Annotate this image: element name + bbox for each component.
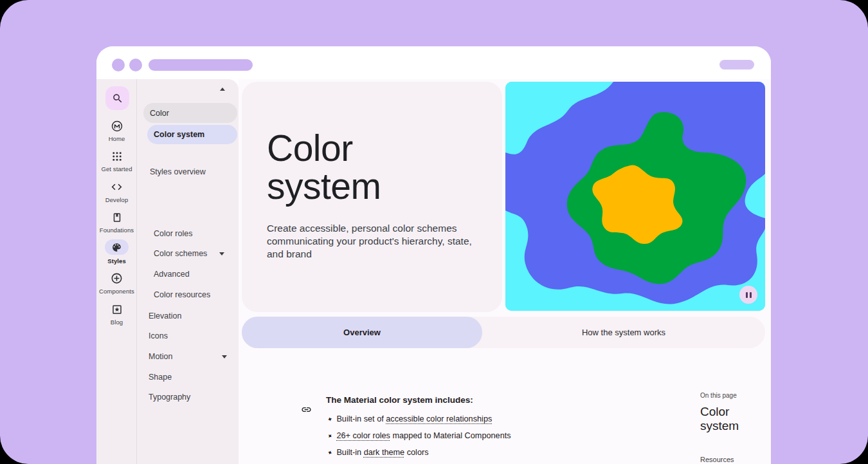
sidebar-item-styles[interactable]: Styles xyxy=(96,239,137,264)
navigation-panel: Home Get started Develop xyxy=(96,79,239,464)
chevron-down-icon xyxy=(219,252,224,255)
toc-title: Color system xyxy=(700,405,759,432)
on-this-page-panel: On this page Color system Resources What… xyxy=(700,392,771,432)
sidebar-item-label: Foundations xyxy=(100,227,134,234)
list-item: ✦26+ color roles mapped to Material Comp… xyxy=(327,431,511,440)
nav-rail: Home Get started Develop xyxy=(96,79,137,464)
bullet-text: colors xyxy=(404,448,428,457)
link-accessible-color-relationships[interactable]: accessible color relationships xyxy=(386,414,492,423)
sparkle-bullet-icon: ✦ xyxy=(325,432,334,441)
hero-card: Color system Create accessible, personal… xyxy=(242,82,502,312)
toc-link-resources[interactable]: Resources xyxy=(700,456,734,463)
subnav-item-color-resources[interactable]: Color resources xyxy=(154,290,210,299)
subnav-item-color-schemes[interactable]: Color schemes xyxy=(154,249,207,258)
list-item: ✦Built-in dark theme colors xyxy=(327,448,429,457)
sidebar-item-get-started[interactable]: Get started xyxy=(96,149,137,172)
window-control-dot[interactable] xyxy=(112,59,125,71)
search-button[interactable] xyxy=(105,86,129,110)
sidebar-item-label: Develop xyxy=(105,196,129,203)
subnav-item-motion[interactable]: Motion xyxy=(149,352,173,361)
subnav-item-typography[interactable]: Typography xyxy=(149,393,190,402)
star-box-icon xyxy=(110,302,123,316)
tab-bar: Overview How the system works xyxy=(242,317,765,348)
bullet-text: mapped to Material Components xyxy=(390,431,511,440)
list-item: ✦Built-in set of accessible color relati… xyxy=(327,414,492,423)
browser-menu-pill[interactable] xyxy=(719,60,754,70)
pause-button[interactable] xyxy=(739,286,757,304)
pause-icon xyxy=(750,292,752,298)
desktop-background: Home Get started Develop xyxy=(0,0,868,464)
pause-icon xyxy=(746,292,748,298)
screenshot-root: Home Get started Develop xyxy=(0,0,868,464)
subnav-item-icons[interactable]: Icons xyxy=(149,331,168,340)
window-control-dot[interactable] xyxy=(129,59,142,71)
subnav-item-advanced[interactable]: Advanced xyxy=(154,270,190,279)
page-subtitle: Create accessible, personal color scheme… xyxy=(267,222,474,261)
link-icon[interactable] xyxy=(301,404,312,415)
sidebar-item-label: Styles xyxy=(107,257,126,264)
chevron-up-icon xyxy=(220,88,225,91)
sparkle-bullet-icon: ✦ xyxy=(327,415,334,423)
chevron-down-icon xyxy=(222,355,227,358)
link-color-roles[interactable]: 26+ color roles xyxy=(336,431,390,440)
color-blobs-illustration xyxy=(505,82,765,311)
sidebar-item-home[interactable]: Home xyxy=(96,119,137,142)
subnav: Styles overview Color Color system Color… xyxy=(138,79,239,464)
sidebar-item-label: Components xyxy=(99,288,134,295)
subnav-item-styles-overview[interactable]: Styles overview xyxy=(150,167,206,176)
subnav-item-color[interactable]: Color xyxy=(143,103,237,123)
hero-illustration xyxy=(505,82,765,311)
subnav-item-label: Color system xyxy=(154,130,204,139)
palette-icon xyxy=(105,239,129,255)
add-circle-icon xyxy=(110,272,123,285)
apps-grid-icon xyxy=(110,149,123,163)
sidebar-item-label: Get started xyxy=(101,165,132,172)
bullet-text: Built-in set of xyxy=(336,414,386,423)
browser-window: Home Get started Develop xyxy=(96,46,771,464)
bullet-text: Built-in xyxy=(336,448,363,457)
tab-overview[interactable]: Overview xyxy=(242,317,482,348)
sidebar-item-components[interactable]: Components xyxy=(96,272,137,295)
main-content: Color system Create accessible, personal… xyxy=(239,79,771,464)
sidebar-item-develop[interactable]: Develop xyxy=(96,180,137,203)
subnav-item-elevation[interactable]: Elevation xyxy=(149,311,181,320)
sidebar-item-foundations[interactable]: Foundations xyxy=(96,210,137,234)
sidebar-item-blog[interactable]: Blog xyxy=(96,302,137,326)
code-icon xyxy=(110,180,123,194)
tab-how-the-system-works[interactable]: How the system works xyxy=(482,317,765,348)
subnav-item-color-roles[interactable]: Color roles xyxy=(154,229,192,238)
browser-chrome xyxy=(96,46,771,79)
section-heading: The Material color system includes: xyxy=(326,395,473,405)
material-logo-icon xyxy=(110,119,123,133)
address-bar[interactable] xyxy=(149,59,253,71)
link-dark-theme[interactable]: dark theme xyxy=(364,448,404,457)
subnav-item-shape[interactable]: Shape xyxy=(149,373,172,382)
subnav-item-label: Color xyxy=(150,109,169,118)
subnav-item-color-system[interactable]: Color system xyxy=(147,125,237,144)
book-icon xyxy=(110,210,123,224)
search-icon xyxy=(112,93,123,104)
sidebar-item-label: Home xyxy=(109,135,125,142)
sidebar-item-label: Blog xyxy=(111,319,123,326)
page-title: Color system xyxy=(267,129,460,205)
toc-label: On this page xyxy=(700,392,771,399)
sparkle-bullet-icon: ✦ xyxy=(326,449,334,457)
